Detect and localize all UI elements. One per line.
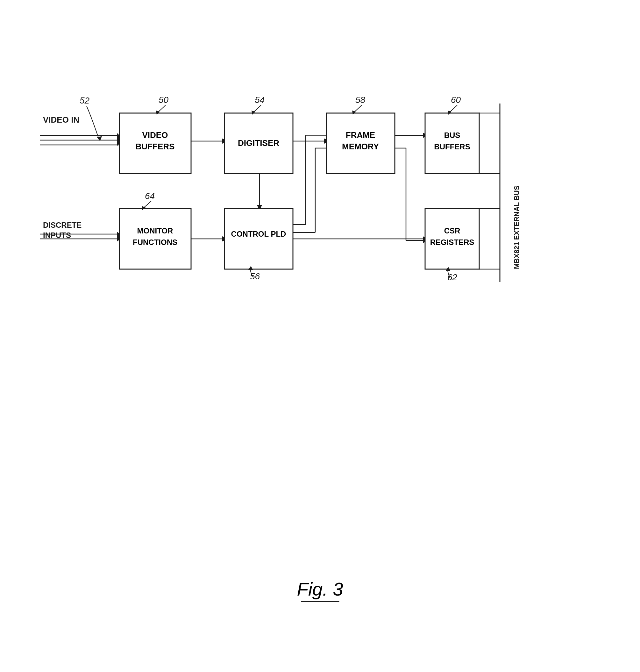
svg-text:CONTROL PLD: CONTROL PLD (231, 230, 286, 238)
svg-text:64: 64 (145, 191, 155, 201)
svg-text:58: 58 (355, 95, 365, 105)
svg-text:DISCRETE: DISCRETE (43, 221, 82, 229)
svg-text:MBX821 EXTERNAL BUS: MBX821 EXTERNAL BUS (513, 186, 521, 269)
svg-text:BUFFERS: BUFFERS (434, 142, 470, 151)
svg-text:VIDEO: VIDEO (142, 130, 168, 140)
svg-text:FUNCTIONS: FUNCTIONS (133, 238, 177, 246)
svg-text:VIDEO IN: VIDEO IN (43, 115, 79, 125)
svg-text:INPUTS: INPUTS (43, 231, 71, 240)
svg-text:CSR: CSR (444, 226, 461, 235)
svg-text:50: 50 (159, 95, 169, 105)
diagram-svg: VIDEO BUFFERS DIGITISER FRAME MEMORY BUS… (38, 64, 595, 318)
svg-text:BUS: BUS (444, 131, 461, 140)
svg-text:60: 60 (451, 95, 461, 105)
svg-text:54: 54 (255, 95, 265, 105)
svg-text:MEMORY: MEMORY (342, 142, 379, 151)
svg-text:MONITOR: MONITOR (137, 226, 173, 235)
svg-text:52: 52 (79, 96, 90, 105)
svg-text:REGISTERS: REGISTERS (430, 238, 475, 246)
figure-label: Fig. 3 (297, 579, 343, 599)
svg-text:DIGITISER: DIGITISER (238, 138, 279, 148)
svg-text:BUFFERS: BUFFERS (136, 142, 175, 151)
diagram-container: VIDEO BUFFERS DIGITISER FRAME MEMORY BUS… (38, 64, 595, 318)
svg-text:56: 56 (250, 271, 260, 281)
svg-text:FRAME: FRAME (346, 130, 375, 140)
svg-text:62: 62 (447, 272, 457, 282)
svg-rect-48 (224, 209, 293, 269)
figure-caption: Fig. 3 (297, 578, 343, 602)
